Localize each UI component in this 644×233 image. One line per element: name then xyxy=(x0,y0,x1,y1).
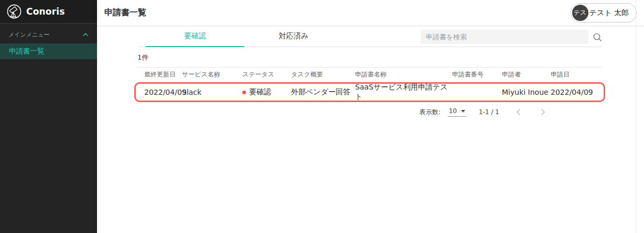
page-title: 申請書一覧 xyxy=(104,7,146,18)
pagination: 表示数: 10 1-1 / 1 xyxy=(137,107,602,117)
scrollbar-track[interactable] xyxy=(636,0,636,233)
tabs: 要確認 対応済み xyxy=(146,26,343,47)
status-dot-icon xyxy=(242,91,246,94)
tabs-row: 要確認 対応済み xyxy=(137,26,602,47)
cell-service-name: Slack xyxy=(182,88,242,96)
search-icon[interactable] xyxy=(593,32,602,42)
result-count: 1件 xyxy=(137,53,602,68)
next-page-button[interactable] xyxy=(538,107,548,117)
table-row-highlighted[interactable]: 2022/04/09 Slack 要確認 外部ベンダー回答 SaaSサービス利用… xyxy=(134,82,605,102)
avatar: テス xyxy=(572,5,588,21)
column-header-task-summary: タスク概要 xyxy=(291,70,355,79)
column-header-applicant: 申請者 xyxy=(502,70,551,79)
tab-needs-confirmation[interactable]: 要確認 xyxy=(146,26,244,47)
chevron-right-icon xyxy=(538,107,548,117)
main-area: 申請書一覧 テス テスト 太郎 要確認 対応済み xyxy=(97,0,644,233)
cell-status: 要確認 xyxy=(242,87,291,97)
rows-per-page-value: 10 xyxy=(449,107,457,115)
cell-applicant: Miyuki Inoue xyxy=(502,88,551,96)
app-window: Conoris メインメニュー 申請書一覧 申請書一覧 テス テスト 太郎 xyxy=(0,0,644,233)
search-area xyxy=(421,30,602,44)
previous-page-button[interactable] xyxy=(514,107,523,117)
triangle-down-icon xyxy=(461,110,465,113)
column-header-service-name: サービス名称 xyxy=(182,70,242,79)
cell-application-name: SaaSサービス利用申請テスト xyxy=(355,83,452,102)
rows-per-page-select[interactable]: 10 xyxy=(448,107,466,117)
column-header-application-name: 申請書名称 xyxy=(355,70,452,79)
logo-row: Conoris xyxy=(0,0,97,24)
sidebar-item-application-list[interactable]: 申請書一覧 xyxy=(0,43,97,59)
column-header-application-date: 申請日 xyxy=(551,70,602,79)
column-header-application-number: 申請書番号 xyxy=(452,70,502,79)
column-header-status: ステータス xyxy=(242,70,291,79)
pagination-range: 1-1 / 1 xyxy=(479,108,499,116)
user-name: テスト 太郎 xyxy=(589,8,629,18)
sidebar-item-label: 申請書一覧 xyxy=(9,47,45,56)
chevron-up-icon xyxy=(82,32,89,37)
content: 要確認 対応済み 1件 最終更新日 サービス名称 ステー xyxy=(137,26,602,117)
cell-last-updated: 2022/04/09 xyxy=(137,88,182,96)
column-header-last-updated: 最終更新日 xyxy=(137,70,182,79)
sidebar-section-label: メインメニュー xyxy=(8,31,50,39)
rows-per-page-label: 表示数: xyxy=(420,108,441,117)
sidebar-section-main-menu[interactable]: メインメニュー xyxy=(0,26,97,43)
logo-text: Conoris xyxy=(26,6,65,17)
topbar: 申請書一覧 テス テスト 太郎 xyxy=(97,0,644,26)
user-menu-button[interactable]: テス テスト 太郎 xyxy=(571,3,637,23)
table-header-row: 最終更新日 サービス名称 ステータス タスク概要 申請書名称 申請書番号 申請者… xyxy=(137,68,602,82)
sidebar: Conoris メインメニュー 申請書一覧 xyxy=(0,0,97,233)
cell-application-date: 2022/04/09 xyxy=(551,88,602,96)
search-input[interactable] xyxy=(421,30,588,44)
tab-handled[interactable]: 対応済み xyxy=(244,26,343,47)
chevron-left-icon xyxy=(514,107,523,117)
cell-task-summary: 外部ベンダー回答 xyxy=(291,87,355,97)
conoris-logo-icon xyxy=(7,4,22,19)
status-label: 要確認 xyxy=(249,87,271,97)
